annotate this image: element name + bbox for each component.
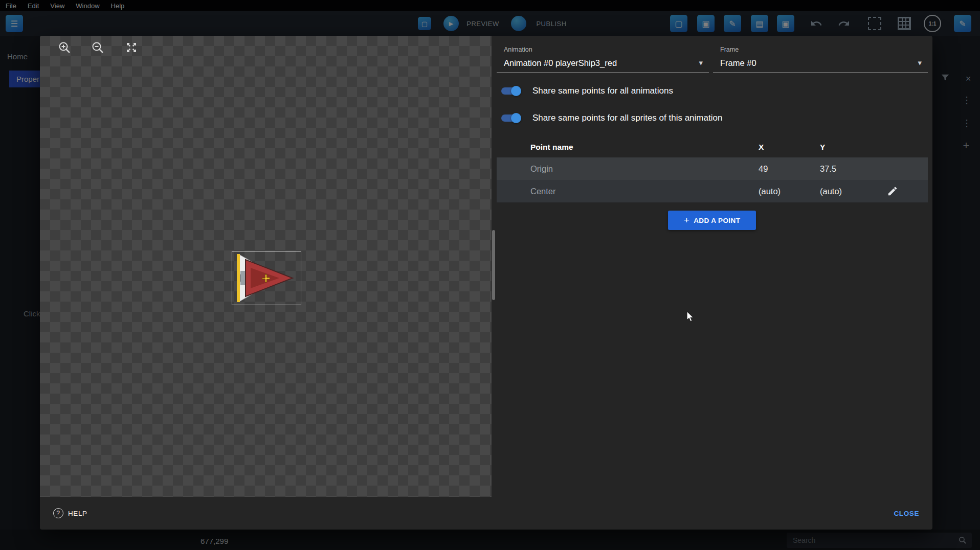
toggle-label: Share same points for all sprites of thi… <box>532 113 722 123</box>
scrollbar-thumb[interactable] <box>492 230 495 300</box>
sprite-canvas[interactable] <box>40 36 492 497</box>
canvas-scrollbar[interactable] <box>492 36 496 497</box>
points-table-header: Point name X Y <box>497 138 928 157</box>
point-x-value[interactable]: (auto) <box>759 187 781 196</box>
close-button[interactable]: CLOSE <box>894 510 919 517</box>
chevron-down-icon: ▾ <box>918 58 922 67</box>
point-name: Origin <box>530 164 553 174</box>
toggle-label: Share same points for all animations <box>532 86 673 96</box>
origin-point-marker[interactable] <box>261 274 271 283</box>
animation-select-value: Animation #0 playerShip3_red <box>504 58 617 68</box>
frame-select[interactable]: Frame Frame #0 ▾ <box>713 42 928 73</box>
animation-select-label: Animation <box>504 46 532 53</box>
help-label: HELP <box>68 510 87 517</box>
screen: File Edit View Window Help ☰ ▢ ▶ PREVIEW… <box>0 0 980 550</box>
points-panel: Animation Animation #0 playerShip3_red ▾… <box>496 36 932 497</box>
header-point-name: Point name <box>530 143 573 152</box>
point-row-origin[interactable]: Origin 49 37.5 <box>497 157 928 180</box>
point-name: Center <box>530 187 556 196</box>
sprite-frame <box>232 251 301 305</box>
question-mark-icon: ? <box>53 508 63 518</box>
help-button[interactable]: ? HELP <box>53 508 87 518</box>
point-x-value[interactable]: 49 <box>759 164 768 174</box>
points-table: Point name X Y Origin 49 37.5 Center (au… <box>497 138 928 202</box>
edit-pencil-icon[interactable] <box>887 186 898 197</box>
point-y-value[interactable]: (auto) <box>820 187 842 196</box>
edit-points-dialog: Animation Animation #0 playerShip3_red ▾… <box>40 36 932 530</box>
zoom-out-icon[interactable] <box>91 40 105 55</box>
share-points-all-sprites-toggle[interactable] <box>500 113 521 123</box>
header-y: Y <box>820 143 825 152</box>
point-row-center[interactable]: Center (auto) (auto) <box>497 180 928 202</box>
dialog-footer: ? HELP CLOSE <box>40 497 932 530</box>
plus-icon: + <box>684 215 690 225</box>
share-points-all-animations-toggle[interactable] <box>500 86 521 96</box>
add-a-point-label: ADD A POINT <box>694 217 740 224</box>
frame-select-label: Frame <box>720 46 739 53</box>
point-y-value[interactable]: 37.5 <box>820 164 836 174</box>
chevron-down-icon: ▾ <box>699 58 703 67</box>
dialog-body: Animation Animation #0 playerShip3_red ▾… <box>40 36 932 497</box>
add-a-point-button[interactable]: + ADD A POINT <box>668 211 756 230</box>
header-x: X <box>759 143 764 152</box>
fit-to-screen-icon[interactable] <box>124 40 139 55</box>
frame-select-value: Frame #0 <box>720 58 756 68</box>
zoom-in-icon[interactable] <box>57 40 72 55</box>
animation-select[interactable]: Animation Animation #0 playerShip3_red ▾ <box>497 42 709 73</box>
